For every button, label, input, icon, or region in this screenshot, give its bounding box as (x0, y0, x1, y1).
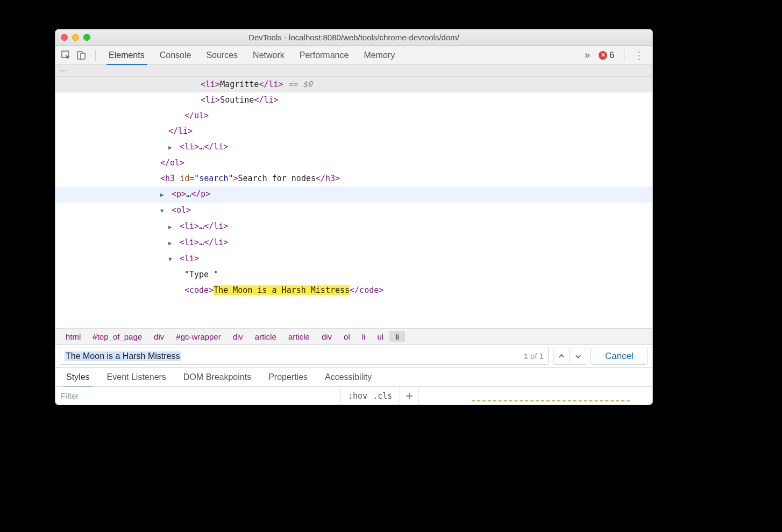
separator (95, 49, 96, 61)
panel-tab-event-listeners[interactable]: Event Listeners (98, 368, 175, 387)
overflow-indicator[interactable]: ⋯ (55, 65, 652, 77)
more-tabs-icon[interactable]: » (580, 49, 594, 61)
dom-line[interactable]: ▶ <p>…</p> (55, 186, 652, 203)
search-result-count: 1 of 1 (524, 351, 544, 361)
dom-line[interactable]: ▶ <li>…</li> (55, 235, 652, 251)
search-bar: The Moon is a Harsh Mistress 1 of 1 Canc… (55, 344, 652, 367)
search-input[interactable]: The Moon is a Harsh Mistress 1 of 1 (60, 348, 549, 365)
hov-toggle[interactable]: :hov (348, 391, 367, 401)
separator (624, 49, 624, 61)
breadcrumb-item[interactable]: article (249, 331, 282, 342)
search-prev-button[interactable] (553, 348, 570, 364)
dom-line[interactable]: ▶ <li>…</li> (55, 139, 652, 155)
tab-memory[interactable]: Memory (356, 46, 402, 65)
dom-line[interactable]: ▼ <li> (55, 251, 652, 267)
breadcrumb-item[interactable]: article (282, 331, 316, 342)
search-value: The Moon is a Harsh Mistress (65, 351, 181, 361)
dom-line[interactable]: <code>The Moon is a Harsh Mistress</code… (55, 283, 652, 298)
tab-network[interactable]: Network (245, 46, 292, 65)
styles-toolbar: Filter :hov .cls (55, 386, 652, 405)
panel-tab-dom-breakpoints[interactable]: DOM Breakpoints (175, 368, 260, 387)
inspect-icon[interactable] (60, 49, 73, 62)
tab-performance[interactable]: Performance (292, 46, 357, 65)
search-next-button[interactable] (570, 348, 586, 364)
dom-tree[interactable]: <li>Magritte</li> == $0<li>Soutine</li><… (55, 77, 652, 328)
panel-tab-accessibility[interactable]: Accessibility (316, 368, 380, 387)
tab-elements[interactable]: Elements (101, 46, 152, 65)
panel-tab-styles[interactable]: Styles (58, 368, 98, 387)
breadcrumb-item[interactable]: div (227, 331, 249, 342)
dom-line[interactable]: </li> (55, 124, 652, 139)
breadcrumb-item[interactable]: div (148, 331, 170, 342)
dom-line[interactable]: <li>Soutine</li> (55, 92, 652, 108)
dom-line[interactable]: ▶ <li>…</li> (55, 219, 652, 235)
sidebar-tabs: StylesEvent ListenersDOM BreakpointsProp… (55, 367, 652, 386)
breadcrumb-item[interactable]: #top_of_page (87, 331, 148, 342)
cls-toggle[interactable]: .cls (373, 391, 392, 401)
error-count[interactable]: ✕ 6 (594, 51, 619, 60)
breadcrumb-item[interactable]: ol (338, 331, 356, 342)
hov-cls-toggles: :hov .cls (340, 387, 400, 405)
new-style-rule-button[interactable] (400, 387, 418, 405)
dom-line[interactable]: "Type " (55, 267, 652, 283)
box-model-fragment (472, 400, 630, 404)
tab-sources[interactable]: Sources (198, 46, 245, 65)
devtools-window: DevTools - localhost:8080/web/tools/chro… (55, 29, 653, 405)
breadcrumb: html#top_of_pagediv#gc-wrapperdivarticle… (55, 328, 652, 344)
dom-line[interactable]: </ol> (55, 155, 652, 171)
dom-line[interactable]: </ul> (55, 108, 652, 124)
styles-filter-input[interactable]: Filter (55, 387, 340, 405)
breadcrumb-item[interactable]: div (316, 331, 338, 342)
kebab-menu-icon[interactable]: ⋮ (630, 49, 648, 61)
breadcrumb-item[interactable]: html (60, 331, 87, 342)
breadcrumb-item[interactable]: li (389, 331, 405, 342)
dom-line[interactable]: <li>Magritte</li> == $0 (55, 77, 652, 92)
main-toolbar: Elements Console Sources Network Perform… (55, 46, 652, 65)
breadcrumb-item[interactable]: #gc-wrapper (170, 331, 226, 342)
dom-line[interactable]: <h3 id="search">Search for nodes</h3> (55, 171, 652, 186)
breadcrumb-item[interactable]: li (356, 331, 372, 342)
dom-line[interactable]: ▼ <ol> (55, 203, 652, 219)
cancel-button[interactable]: Cancel (591, 348, 648, 365)
svg-rect-2 (81, 53, 85, 59)
panel-tab-properties[interactable]: Properties (260, 368, 316, 387)
error-count-value: 6 (609, 51, 614, 60)
search-nav (553, 348, 586, 365)
tab-console[interactable]: Console (152, 46, 199, 65)
window-title: DevTools - localhost:8080/web/tools/chro… (55, 33, 652, 42)
device-toggle-icon[interactable] (75, 49, 88, 62)
titlebar: DevTools - localhost:8080/web/tools/chro… (55, 30, 652, 46)
error-icon: ✕ (599, 51, 607, 60)
breadcrumb-item[interactable]: ul (371, 331, 389, 342)
